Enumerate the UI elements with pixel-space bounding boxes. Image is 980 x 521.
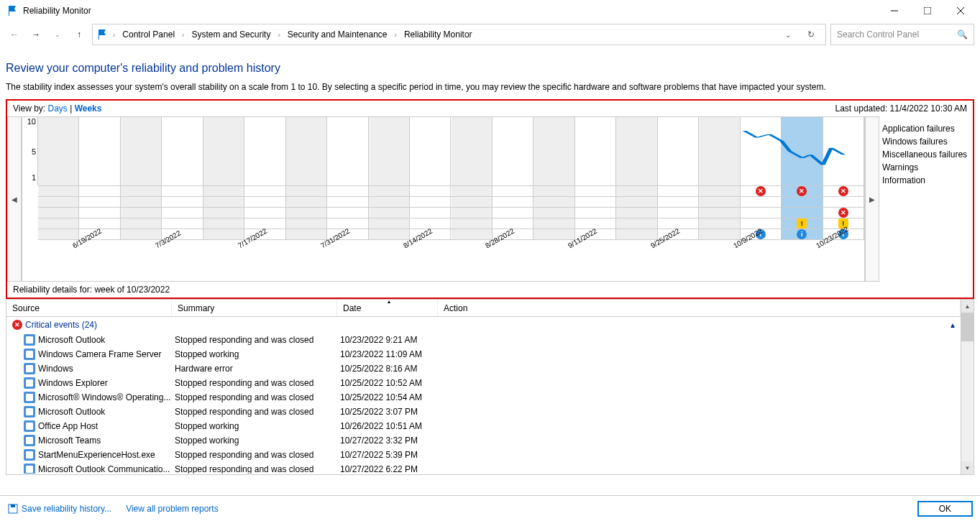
scroll-thumb[interactable]: [961, 313, 974, 341]
breadcrumb-item[interactable]: Control Panel: [119, 28, 178, 41]
icon-cell[interactable]: [203, 218, 244, 229]
icon-cell[interactable]: [121, 197, 162, 207]
icon-cell[interactable]: [162, 186, 203, 196]
back-button[interactable]: ←: [6, 26, 23, 43]
icon-cell[interactable]: [121, 186, 162, 196]
icon-cell[interactable]: [823, 197, 864, 207]
chart-column[interactable]: [741, 117, 782, 185]
view-days-link[interactable]: Days: [47, 103, 67, 114]
table-row[interactable]: WindowsHardware error10/25/2022 8:16 AM: [6, 361, 961, 376]
scroll-right-button[interactable]: ▶: [865, 116, 879, 282]
save-history-link[interactable]: Save reliability history...: [22, 504, 111, 514]
icon-cell[interactable]: [38, 197, 79, 207]
chart-column[interactable]: [410, 117, 451, 185]
refresh-button[interactable]: ↻: [801, 24, 821, 45]
icon-cell[interactable]: [575, 218, 616, 229]
icon-cell[interactable]: ✕: [782, 186, 823, 196]
icon-cell[interactable]: [79, 186, 120, 196]
icon-cell[interactable]: [616, 208, 657, 218]
icon-cell[interactable]: [121, 208, 162, 218]
icon-cell[interactable]: ✕: [823, 186, 864, 196]
icon-cell[interactable]: ✕: [741, 186, 782, 196]
forward-button[interactable]: →: [27, 26, 45, 43]
icon-cell[interactable]: [203, 186, 244, 196]
table-row[interactable]: Windows Camera Frame ServerStopped worki…: [6, 347, 961, 361]
table-row[interactable]: Microsoft® Windows® Operating...Stopped …: [6, 390, 961, 405]
icon-cell[interactable]: [782, 197, 823, 207]
icon-cell[interactable]: [452, 208, 493, 218]
col-source[interactable]: Source: [6, 300, 172, 316]
col-action[interactable]: Action: [438, 300, 961, 316]
icon-cell[interactable]: [244, 186, 285, 196]
view-all-reports-link[interactable]: View all problem reports: [126, 504, 219, 514]
breadcrumb-item[interactable]: System and Security: [188, 28, 273, 41]
icon-cell[interactable]: [369, 186, 410, 196]
icon-cell[interactable]: ✕: [823, 208, 864, 218]
icon-cell[interactable]: [616, 218, 657, 229]
table-row[interactable]: Microsoft OutlookStopped responding and …: [6, 405, 961, 419]
icon-cell[interactable]: [38, 208, 79, 218]
icon-cell[interactable]: !: [782, 218, 823, 229]
icon-cell[interactable]: [244, 218, 285, 229]
chart-column[interactable]: [79, 117, 120, 185]
search-input[interactable]: Search Control Panel 🔍: [830, 24, 974, 45]
icon-cell[interactable]: [203, 197, 244, 207]
icon-cell[interactable]: [162, 197, 203, 207]
icon-cell[interactable]: [369, 218, 410, 229]
chart-column[interactable]: [327, 117, 368, 185]
scroll-up-button[interactable]: ▲: [961, 300, 974, 313]
icon-cell[interactable]: [575, 197, 616, 207]
address-dropdown[interactable]: ⌄: [778, 24, 798, 45]
icon-cell[interactable]: [575, 186, 616, 196]
chevron-right-icon[interactable]: ›: [180, 31, 186, 39]
icon-cell[interactable]: [327, 208, 368, 218]
breadcrumb-item[interactable]: Security and Maintenance: [285, 28, 390, 41]
address-bar[interactable]: › Control Panel › System and Security › …: [92, 24, 826, 45]
icon-cell[interactable]: [452, 186, 493, 196]
table-row[interactable]: Microsoft TeamsStopped working10/27/2022…: [6, 433, 961, 448]
icon-cell[interactable]: [410, 197, 451, 207]
chart-column[interactable]: [162, 117, 203, 185]
group-header[interactable]: ✕Critical events (24)▴: [6, 317, 961, 333]
icon-cell[interactable]: [616, 186, 657, 196]
icon-cell[interactable]: [782, 208, 823, 218]
chart-column[interactable]: [369, 117, 410, 185]
recent-dropdown[interactable]: ⌄: [49, 26, 66, 43]
icon-cell[interactable]: [658, 197, 699, 207]
icon-cell[interactable]: [244, 208, 285, 218]
chevron-right-icon[interactable]: ›: [111, 31, 116, 39]
icon-cell[interactable]: [244, 197, 285, 207]
scroll-left-button[interactable]: ◀: [7, 116, 22, 282]
minimize-button[interactable]: [878, 0, 911, 22]
icon-cell[interactable]: [121, 229, 162, 239]
icon-cell[interactable]: [699, 208, 740, 218]
icon-cell[interactable]: [38, 186, 79, 196]
icon-cell[interactable]: [658, 208, 699, 218]
chart-column[interactable]: [38, 117, 79, 185]
icon-cell[interactable]: [79, 208, 120, 218]
scroll-down-button[interactable]: ▼: [961, 461, 974, 474]
icon-cell[interactable]: [410, 186, 451, 196]
icon-cell[interactable]: [575, 208, 616, 218]
chart-column[interactable]: [699, 117, 740, 185]
icon-cell[interactable]: [741, 197, 782, 207]
icon-cell[interactable]: [369, 229, 410, 239]
icon-cell[interactable]: [38, 218, 79, 229]
close-button[interactable]: [944, 0, 977, 22]
icon-cell[interactable]: [286, 218, 327, 229]
icon-cell[interactable]: [327, 218, 368, 229]
chart-column[interactable]: [616, 117, 657, 185]
icon-cell[interactable]: [533, 186, 574, 196]
icon-cell[interactable]: [286, 208, 327, 218]
icon-cell[interactable]: [452, 229, 493, 239]
icon-cell[interactable]: [79, 218, 120, 229]
icon-cell[interactable]: [699, 197, 740, 207]
chart-column[interactable]: [286, 117, 327, 185]
maximize-button[interactable]: [911, 0, 944, 22]
chart-column[interactable]: [658, 117, 699, 185]
icon-cell[interactable]: [38, 229, 79, 239]
reliability-chart[interactable]: 10 5 1 ✕✕✕✕!!iii 6/19/20227/3/20227/17/2…: [22, 116, 865, 282]
icon-cell[interactable]: [533, 197, 574, 207]
icon-cell[interactable]: [741, 218, 782, 229]
icon-cell[interactable]: [162, 208, 203, 218]
